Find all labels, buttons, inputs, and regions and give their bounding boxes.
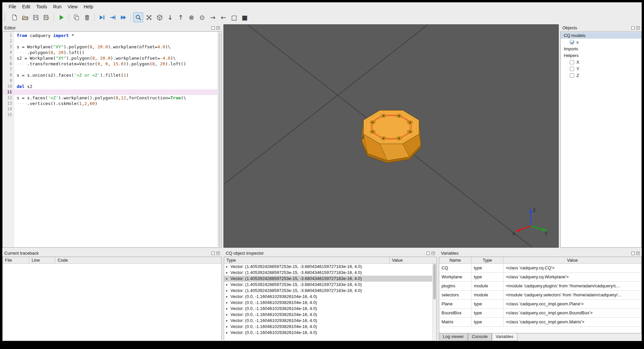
menu-help[interactable]: Help [81,3,96,10]
objects-item-helpers[interactable]: Helpers [561,52,641,59]
variable-row[interactable]: CQtype<class 'cadquery.cq.CQ'> [439,264,641,273]
code-line-4[interactable]: ····.polygon(8, 20).loft() [17,50,217,55]
inspector-row[interactable]: ▸Vector: (1.4053924288597253e-15, -3.680… [224,276,432,282]
variable-row[interactable]: Planetype<class 'cadquery.occ_impl.geom.… [439,300,641,309]
save-as-button[interactable] [41,12,51,22]
undock-panel-icon[interactable] [211,252,215,255]
new-file-button[interactable] [9,12,19,22]
debug-button[interactable] [97,12,107,22]
undock-panel-icon[interactable] [427,252,430,255]
code-line-10[interactable]: del s2 [17,84,217,89]
close-panel-icon[interactable] [432,252,435,255]
expander-icon[interactable]: ▸ [226,318,230,324]
expander-icon[interactable]: ▸ [226,276,230,282]
inspector-scrollbar[interactable] [432,264,437,341]
back-view-button[interactable]: ⊙ [197,12,207,22]
front-view-button[interactable]: ⊗ [186,12,196,22]
expander-icon[interactable]: ▸ [226,282,230,288]
menu-file[interactable]: File [6,3,19,10]
close-panel-icon[interactable] [216,26,220,30]
bottom-view-button[interactable]: ↑ [176,12,186,22]
checkbox[interactable] [570,67,574,71]
left-view-button[interactable]: → [208,12,218,22]
variables-column-type[interactable]: Type [472,257,503,263]
inspector-row[interactable]: ▸Vector: (0.0, -1.1604610293826104e-16, … [224,294,432,300]
step-button[interactable] [108,12,118,22]
code-line-9[interactable] [17,78,217,84]
expander-icon[interactable]: ▸ [226,294,230,300]
variables-column-name[interactable]: Name [439,257,472,263]
tab-log-viewer[interactable]: Log viewer [439,333,468,341]
variable-row[interactable]: selectorsmodule<module 'cadquery.selecto… [439,291,641,300]
variable-row[interactable]: Workplanetype<class 'cadquery.cq.Workpla… [439,273,641,282]
objects-helper-x[interactable]: X [561,59,641,65]
traceback-column-code[interactable]: Code [55,257,221,263]
inspector-row[interactable]: ▸Vector: (0.0, -1.1604610293826104e-16, … [224,318,432,324]
top-view-button[interactable]: ↓ [165,12,175,22]
inspector-row[interactable]: ▸Vector: (1.4053924288597253e-15, -3.680… [224,264,432,270]
preserve-zoom-button[interactable] [133,12,143,22]
variable-row[interactable]: pluginsmodule<module 'cadquery.plugins' … [439,282,641,291]
code-line-8[interactable]: s = s.union(s2).faces('>Z or <Z').fillet… [17,72,217,78]
expander-icon[interactable]: ▸ [226,312,230,318]
code-line-3[interactable]: s = Workplane("XY").polygon(8, 20.0).wor… [17,44,217,50]
expander-icon[interactable]: ▸ [226,270,230,276]
code-line-12[interactable]: s = s.faces('>Z').workplane().polygon(8,… [17,95,217,101]
objects-helper-y[interactable]: Y [561,65,641,72]
close-panel-icon[interactable] [636,26,640,30]
copy-button[interactable] [71,12,81,22]
undock-panel-icon[interactable] [631,252,635,255]
menu-run[interactable]: Run [50,3,65,10]
fit-view-button[interactable] [144,12,154,22]
open-button[interactable] [20,12,30,22]
cad-model[interactable] [356,104,426,169]
menu-view[interactable]: View [65,3,81,10]
shaded-button[interactable]: ■ [240,12,250,22]
save-button[interactable] [31,12,41,22]
objects-item-s[interactable]: s [561,39,641,45]
continue-button[interactable] [118,12,128,22]
objects-helper-z[interactable]: Z [561,72,641,79]
variables-column-value[interactable]: Value [503,257,641,263]
code-line-11[interactable] [14,89,217,95]
inspector-row[interactable]: ▸Vector: (1.4053924288597253e-15, -3.680… [224,270,432,276]
inspector-column-value[interactable]: Value [390,257,437,263]
code-line-2[interactable] [17,38,217,44]
code-line-7[interactable] [17,67,217,72]
render-button[interactable] [56,12,66,22]
editor-code[interactable]: from cadquery import *s = Workplane("XY"… [14,32,217,247]
expander-icon[interactable]: ▸ [226,288,230,294]
tab-variables[interactable]: Variables [492,333,517,341]
undock-panel-icon[interactable] [631,26,635,30]
code-line-15[interactable] [17,112,217,118]
iso-view-button[interactable] [155,12,164,22]
delete-button[interactable] [82,12,92,22]
checkbox[interactable] [570,60,574,64]
inspector-row[interactable]: ▸Vector: (1.4053924288597253e-15, -3.680… [224,282,432,288]
inspector-row[interactable]: ▸Vector: (0.0, -1.1604610293826104e-16, … [224,300,432,306]
close-panel-icon[interactable] [216,252,220,255]
code-line-6[interactable]: ····.transformed(rotate=Vector(0, 0, 15.… [17,61,217,67]
expander-icon[interactable]: ▸ [226,300,230,306]
inspector-row[interactable]: ▸Vector: (0.0, -1.1604610293826104e-16, … [224,306,432,312]
undock-panel-icon[interactable] [211,26,215,30]
wireframe-button[interactable]: □ [229,12,239,22]
checkbox[interactable] [570,40,574,44]
code-line-1[interactable]: from cadquery import * [17,33,217,38]
scrollbar-thumb[interactable] [433,264,436,299]
tab-console[interactable]: Console [468,333,492,341]
close-panel-icon[interactable] [636,252,640,255]
expander-icon[interactable]: ▸ [226,324,230,330]
variable-row[interactable]: Matrixtype<class 'cadquery.occ_impl.geom… [439,318,641,327]
inspector-row[interactable]: ▸Vector: (0.0, -1.1604610293826104e-16, … [224,312,432,318]
objects-group-cq-models[interactable]: CQ models [561,32,641,39]
menu-edit[interactable]: Edit [19,3,33,10]
toolbar-handle[interactable] [4,13,7,21]
right-view-button[interactable]: ← [218,12,228,22]
inspector-column-type[interactable]: Type [224,257,390,263]
scrollbar-thumb[interactable] [218,32,221,247]
inspector-row[interactable]: ▸Vector: (0.0, -1.1604610293826104e-16, … [224,324,432,330]
viewport-3d[interactable]: Z Y X [223,24,559,248]
code-line-14[interactable] [17,106,217,112]
inspector-row[interactable]: ▸Vector: (1.4053924288597253e-15, -3.680… [224,288,432,294]
